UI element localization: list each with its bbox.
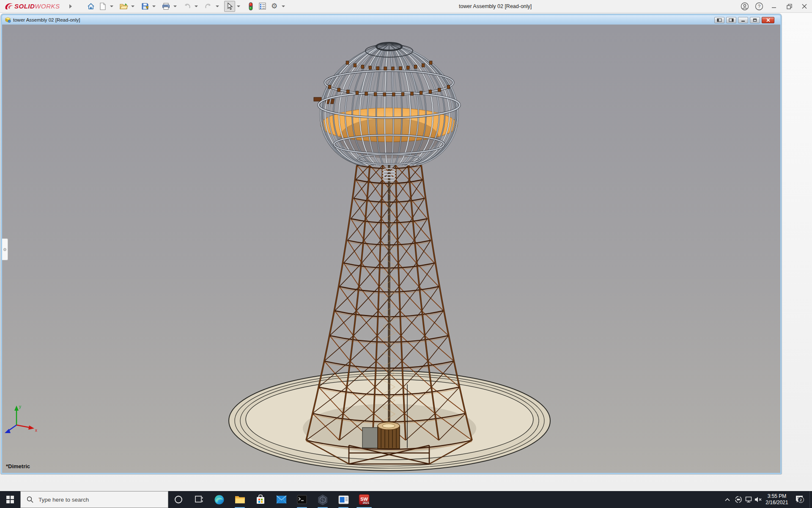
solidworks-logo[interactable]: SOLIDWORKS — [4, 3, 60, 10]
restore-icon — [787, 4, 792, 9]
viewport-3d-scene[interactable]: xy — [2, 25, 780, 473]
taskbar-app-solidworks[interactable]: SW 2021 — [354, 491, 374, 508]
file-properties-button[interactable] — [257, 1, 268, 12]
cortana-icon — [174, 495, 183, 504]
home-button[interactable] — [85, 1, 96, 12]
tray-volume[interactable] — [753, 491, 763, 508]
minimize-button[interactable] — [766, 0, 782, 13]
options-dropdown[interactable] — [281, 1, 286, 12]
redo-dropdown[interactable] — [215, 1, 220, 12]
svg-text:?: ? — [758, 4, 760, 9]
view-orientation-label: *Dimetric — [6, 463, 30, 469]
ds-logo-icon — [4, 3, 14, 10]
taskbar-search[interactable] — [20, 491, 168, 508]
print-button[interactable] — [161, 1, 172, 12]
account-icon — [741, 2, 749, 11]
window-app-icon — [338, 495, 349, 504]
taskbar-app-mail[interactable] — [271, 491, 291, 508]
rebuild-button[interactable] — [245, 1, 256, 12]
save-dropdown[interactable] — [151, 1, 156, 12]
undo-dropdown[interactable] — [194, 1, 199, 12]
solidworks-year-label: 2021 — [363, 501, 370, 505]
edge-icon — [214, 494, 225, 505]
featuremanager-collapsed-tab[interactable] — [2, 238, 8, 260]
document-title: tower Assembly 02 [Read-only] — [13, 17, 80, 22]
print-dropdown[interactable] — [173, 1, 178, 12]
brand-text-light: WORKS — [35, 3, 60, 10]
help-button[interactable]: ? — [752, 0, 766, 13]
restore-button[interactable] — [782, 0, 797, 13]
file-explorer-icon — [235, 495, 245, 504]
help-icon: ? — [755, 2, 763, 11]
meet-now-icon — [735, 496, 742, 503]
brand-expand-arrow-icon[interactable] — [69, 4, 72, 8]
quick-access-toolbar: ⚙ — [85, 1, 289, 12]
titlebar-right-controls: ? — [738, 0, 812, 13]
rebuild-traffic-light-icon — [248, 2, 253, 11]
task-view-button[interactable] — [189, 491, 209, 508]
document-window-buttons — [714, 17, 774, 23]
taskbar-app-command-prompt[interactable] — [292, 491, 312, 508]
notification-badge: 2 — [798, 497, 804, 503]
search-input[interactable] — [38, 497, 157, 503]
new-document-icon — [99, 3, 106, 10]
taskbar-app-microsoft-store[interactable] — [250, 491, 271, 508]
taskbar-app-hexagon[interactable] — [313, 491, 333, 508]
cortana-button[interactable] — [168, 491, 189, 508]
mail-icon — [276, 495, 287, 504]
account-button[interactable] — [738, 0, 752, 13]
microsoft-store-icon — [255, 494, 266, 505]
pane-toggle-right-button[interactable] — [726, 17, 736, 23]
document-restore-icon — [753, 18, 757, 22]
document-close-button[interactable] — [762, 17, 774, 23]
svg-text:x: x — [35, 428, 37, 433]
save-icon — [141, 3, 149, 10]
graphics-viewport[interactable]: xy *Dimetric — [2, 25, 780, 473]
taskbar-app-file-explorer[interactable] — [230, 491, 250, 508]
minimize-icon — [771, 4, 776, 9]
taskbar-app-window[interactable] — [333, 491, 354, 508]
close-icon — [802, 4, 807, 9]
search-icon — [27, 496, 33, 503]
home-icon — [87, 3, 95, 10]
redo-button[interactable] — [203, 1, 214, 12]
document-window: tower Assembly 02 [Read-only] — [1, 14, 782, 474]
tray-network[interactable] — [743, 491, 754, 508]
show-desktop-button[interactable] — [809, 491, 812, 508]
start-button[interactable] — [0, 491, 20, 508]
save-button[interactable] — [140, 1, 151, 12]
document-minimize-button[interactable] — [738, 17, 748, 23]
tray-time: 3:55 PM — [768, 493, 787, 500]
open-button[interactable] — [118, 1, 129, 12]
brand-text-bold: SOLID — [14, 3, 35, 10]
pane-toggle-left-button[interactable] — [714, 17, 724, 23]
select-button[interactable] — [224, 1, 235, 12]
close-button[interactable] — [797, 0, 812, 13]
volume-muted-icon — [754, 496, 762, 503]
windows-taskbar: SW 2021 — [0, 491, 812, 508]
network-ethernet-icon — [745, 496, 752, 503]
tray-date: 2/16/2021 — [765, 500, 788, 506]
select-dropdown[interactable] — [236, 1, 241, 12]
app-titlebar: SOLIDWORKS — [0, 0, 812, 13]
document-restore-button[interactable] — [750, 17, 760, 23]
solidworks-application: SOLIDWORKS — [0, 0, 812, 508]
action-center-button[interactable]: 2 — [791, 491, 809, 508]
tray-meet-now[interactable] — [733, 491, 743, 508]
new-document-dropdown[interactable] — [109, 1, 114, 12]
document-minimize-icon — [741, 18, 745, 22]
undo-button[interactable] — [182, 1, 193, 12]
app-window-title: tower Assembly 02 [Read-only] — [459, 0, 532, 13]
pane-toggle-left-icon — [717, 18, 722, 22]
options-button[interactable]: ⚙ — [269, 1, 280, 12]
undo-icon — [183, 3, 191, 10]
windows-logo-icon — [6, 496, 14, 503]
open-dropdown[interactable] — [130, 1, 135, 12]
new-document-button[interactable] — [97, 1, 108, 12]
document-titlebar[interactable]: tower Assembly 02 [Read-only] — [2, 15, 780, 25]
tray-show-hidden-icons[interactable] — [721, 491, 733, 508]
taskbar-app-edge[interactable] — [209, 491, 229, 508]
pane-tab-handle-icon — [3, 248, 6, 251]
print-icon — [162, 3, 170, 10]
tray-clock[interactable]: 3:55 PM 2/16/2021 — [764, 491, 790, 508]
